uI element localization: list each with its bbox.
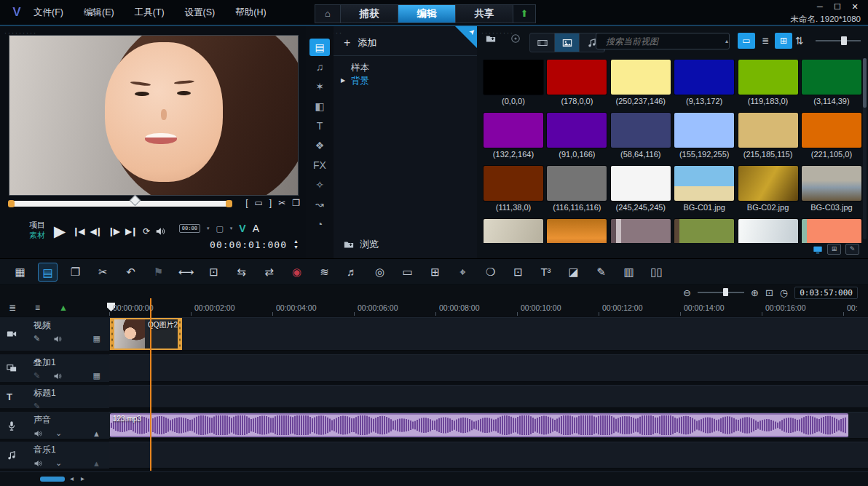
swatch-partial[interactable] xyxy=(483,219,544,243)
music-track-lane[interactable] xyxy=(109,442,868,469)
swatch-partial[interactable] xyxy=(610,219,671,243)
swatch-thumbnail[interactable] xyxy=(547,60,607,95)
overlay-track-icon[interactable] xyxy=(7,363,17,373)
swatch-BG-C02.jpg[interactable]: BG-C02.jpg xyxy=(738,166,799,219)
library-item-samples[interactable]: 样本 xyxy=(334,61,477,74)
play-button[interactable]: ▶ xyxy=(54,223,66,240)
swatch-thumbnail[interactable] xyxy=(611,60,671,95)
swatch-thumbnail[interactable] xyxy=(611,219,671,243)
swatch-partial[interactable] xyxy=(546,219,607,243)
timecode-spinner[interactable]: ▲▼ xyxy=(293,239,299,250)
edit-pencil-icon[interactable]: ✎ xyxy=(33,371,40,381)
sort-icon[interactable]: ⇅ xyxy=(795,35,804,47)
swatch-thumbnail[interactable] xyxy=(484,219,543,243)
graphic-icon[interactable]: ❖ xyxy=(309,137,330,154)
mute-speaker-icon[interactable] xyxy=(53,335,62,343)
swatch-(3,114,39)[interactable]: (3,114,39) xyxy=(801,60,862,113)
swatch-(250,237,146)[interactable]: (250,237,146) xyxy=(610,60,671,113)
filter-video-icon[interactable] xyxy=(530,33,555,52)
swatch-(9,13,172)[interactable]: (9,13,172) xyxy=(674,60,735,113)
swatch-thumbnail[interactable] xyxy=(802,113,861,148)
prev-frame-button[interactable]: ◀❙ xyxy=(90,226,100,236)
mixer-icon[interactable]: ▲ xyxy=(92,459,100,468)
disc-import-icon[interactable] xyxy=(510,33,521,44)
grid-options-icon[interactable]: ⊞ xyxy=(827,244,841,255)
split-clip-icon[interactable]: ✂ xyxy=(278,198,285,208)
thumbnail-size-slider[interactable] xyxy=(816,40,861,41)
title-track-icon[interactable]: T xyxy=(7,391,12,402)
split-screen-template-button[interactable]: ⊞ xyxy=(425,263,445,282)
swatch-(245,245,245)[interactable]: (245,245,245) xyxy=(610,166,671,219)
end-button[interactable]: ▶❙ xyxy=(125,226,136,236)
painting-creator-button[interactable]: ✎ xyxy=(591,263,611,282)
fit-project-button[interactable]: ⟷ xyxy=(176,263,196,282)
slider-thumb[interactable] xyxy=(841,36,847,45)
swatch-thumbnail[interactable] xyxy=(674,113,734,148)
track-manager-icon[interactable]: ≣ xyxy=(9,303,16,313)
automusic-button[interactable]: ♬ xyxy=(342,263,362,282)
mixer-icon[interactable]: ▲ xyxy=(92,429,100,438)
menu-file[interactable]: 文件(F) xyxy=(33,7,63,19)
preview-timecode[interactable]: 00:00:01:000 xyxy=(210,239,287,250)
search-dropdown-icon[interactable]: ▴ xyxy=(725,38,728,44)
gallery-scrollbar[interactable] xyxy=(863,58,867,239)
split-scissors-button[interactable]: ✂ xyxy=(93,263,113,282)
swatch-thumbnail[interactable] xyxy=(484,113,543,148)
mosaic-icon[interactable]: ▦ xyxy=(93,371,100,381)
trim-icon[interactable]: ▭ xyxy=(254,198,262,208)
import-folder-icon[interactable] xyxy=(486,33,496,44)
swatch-(58,64,116)[interactable]: (58,64,116) xyxy=(610,113,671,166)
browse-button[interactable]: 浏览 xyxy=(344,238,379,251)
mask-creator-button[interactable]: ◪ xyxy=(564,263,583,282)
volume-button[interactable] xyxy=(155,226,165,236)
swatch-thumbnail[interactable] xyxy=(738,166,798,201)
chevron-down-icon[interactable]: ⌄ xyxy=(55,458,62,468)
mute-speaker-icon[interactable] xyxy=(33,429,42,438)
library-item-backgrounds[interactable]: ▶ 背景 xyxy=(334,74,477,87)
close-button[interactable]: ✕ xyxy=(846,1,864,13)
mode-project-label[interactable]: 项目 xyxy=(29,220,45,230)
tab-capture[interactable]: 捕获 xyxy=(341,4,398,23)
zoom-in-icon[interactable]: ⊕ xyxy=(751,287,759,298)
home-button[interactable]: ❙◀ xyxy=(72,226,83,236)
swatch-(132,2,164)[interactable]: (132,2,164) xyxy=(483,113,544,166)
next-frame-button[interactable]: ❙▶ xyxy=(108,226,119,236)
maximize-button[interactable]: ☐ xyxy=(829,1,846,13)
scrubber-handle[interactable] xyxy=(130,195,141,207)
menu-tools[interactable]: 工具(T) xyxy=(135,7,165,19)
enlarge-preview-icon[interactable]: ❐ xyxy=(292,198,300,208)
edit-options-icon[interactable]: ✎ xyxy=(845,244,859,255)
audio-toggle[interactable]: A xyxy=(253,223,259,234)
list-view-button[interactable]: ≣ xyxy=(757,33,774,49)
repeat-button[interactable]: ⟳ xyxy=(143,226,149,236)
swatch-thumbnail[interactable] xyxy=(547,219,607,243)
thumbnail-view-button[interactable]: ▭ xyxy=(738,33,755,49)
mute-speaker-icon[interactable] xyxy=(53,372,62,381)
mode-clip-label[interactable]: 素材 xyxy=(29,230,45,240)
subtitle-editor-button[interactable]: ▭ xyxy=(398,263,417,282)
menu-edit[interactable]: 编辑(E) xyxy=(84,7,114,19)
overlay-track-lane[interactable] xyxy=(109,354,868,382)
swatch-(111,38,0)[interactable]: (111,38,0) xyxy=(483,166,544,219)
undo-button[interactable]: ↶ xyxy=(121,263,141,282)
fit-timeline-icon[interactable]: ⊡ xyxy=(765,287,773,298)
clock-icon[interactable]: ◷ xyxy=(780,287,788,298)
filter-photo-icon[interactable] xyxy=(555,33,580,52)
speed-icon[interactable]: ◔ xyxy=(309,215,330,233)
instant-project-icon[interactable]: ✶ xyxy=(309,78,330,95)
swatch-thumbnail[interactable] xyxy=(547,113,607,148)
speech-bubble-button[interactable]: ❍ xyxy=(481,263,500,282)
chevron-down-icon[interactable]: ⌄ xyxy=(55,429,62,438)
swatch-thumbnail[interactable] xyxy=(547,166,607,201)
zoom-out-icon[interactable]: ⊖ xyxy=(683,287,691,298)
swatch-thumbnail[interactable] xyxy=(674,60,734,95)
swatch-(0,0,0)[interactable]: (0,0,0) xyxy=(483,60,544,113)
video-track-icon[interactable] xyxy=(7,329,17,339)
flag-button[interactable]: ⚑ xyxy=(149,263,168,282)
display-preview-icon[interactable] xyxy=(813,244,823,255)
scroll-right-icon[interactable]: ▸ xyxy=(81,474,84,482)
swatch-thumbnail[interactable] xyxy=(484,166,543,201)
voice-track-lane[interactable]: 123.mp3 xyxy=(109,412,868,439)
swatch-thumbnail[interactable] xyxy=(611,166,671,201)
split-tool-button[interactable]: ▥ xyxy=(619,263,639,282)
